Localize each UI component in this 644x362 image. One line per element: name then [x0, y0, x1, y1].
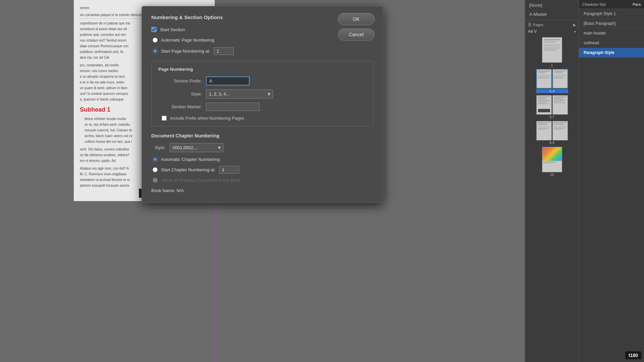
page-10-thumb: [542, 147, 562, 172]
cancel-button[interactable]: Cancel: [338, 28, 375, 41]
pages-label-row: ☰ Pages ▶: [525, 21, 579, 28]
start-chapter-label: Start Chapter Numbering at:: [161, 167, 216, 172]
pages-23-badge: 2, 3: [536, 89, 568, 93]
para-style-item-4[interactable]: Paragraph Style: [579, 48, 644, 58]
pages-dropdown-arrow: ▶: [573, 23, 576, 27]
section-marker-input[interactable]: [206, 103, 260, 111]
page-numbering-box: Page Numbering Section Prefix: A Style: …: [151, 61, 373, 126]
pages-67-group[interactable]: 6-7: [525, 94, 579, 120]
page-9-thumb: [552, 121, 568, 140]
same-as-prev-radio[interactable]: [153, 178, 158, 183]
section-prefix-row: Section Prefix: A: [162, 76, 366, 85]
same-as-prev-label: Same as Previous Document in the Book: [161, 178, 240, 183]
page-2-thumb: [536, 69, 552, 88]
style-row: Style: 1, 2, 3, 4... A, B, C, D... a, b,…: [162, 89, 366, 99]
a4v-row: A4 V ▾: [525, 28, 579, 36]
section-marker-label: Section Marker:: [162, 104, 202, 109]
pages-67-label: 6-7: [549, 115, 554, 119]
page-3-thumb: [552, 69, 568, 88]
page-1-label: 1: [551, 63, 553, 67]
chapter-numbering-section: Document Chapter Numbering Style: 0001,0…: [151, 133, 373, 193]
dialog-buttons: OK Cancel: [338, 13, 375, 41]
para-style-item-3[interactable]: subhead: [579, 38, 644, 48]
pages-89-group[interactable]: 8-9: [525, 120, 579, 145]
numbering-section-dialog: Numbering & Section Options OK Cancel St…: [142, 6, 383, 203]
pages-89-label: 8-9: [549, 141, 554, 145]
pages-label: Pages: [533, 23, 572, 27]
section-marker-row: Section Marker:: [162, 103, 366, 111]
style-label: Style:: [162, 92, 202, 97]
start-section-checkbox[interactable]: [151, 27, 157, 32]
page-1-thumb: [542, 37, 562, 63]
style-select[interactable]: 1, 2, 3, 4... A, B, C, D... a, b, c, d..…: [206, 89, 273, 99]
auto-chapter-radio[interactable]: [153, 157, 158, 162]
modal-overlay: Numbering & Section Options OK Cancel St…: [0, 0, 525, 362]
start-section-label: Start Section: [160, 27, 185, 32]
auto-page-numbering-radio[interactable]: [153, 38, 158, 43]
watermark: t180: [625, 351, 641, 359]
divider1: [525, 20, 579, 20]
start-page-num-label: Start Page Numbering at:: [161, 49, 210, 54]
include-prefix-label: Include Prefix when Numbering Pages: [170, 116, 244, 121]
chapter-title: Document Chapter Numbering: [151, 133, 373, 138]
a-master-label: A-Master: [525, 10, 579, 19]
chapter-select-wrapper: 0001,0002,... 1, 2, 3, 4... A, B, C, D..…: [170, 143, 223, 152]
start-page-num-row: Start Page Numbering at: 1: [153, 47, 373, 55]
a4v-label: A4 V: [528, 29, 573, 34]
para-style-item-2[interactable]: main header: [579, 28, 644, 38]
page-7-thumb: [552, 95, 568, 115]
pages-23-group[interactable]: 2, 3: [525, 68, 579, 94]
pages-list-icon: ☰: [528, 22, 532, 27]
para-style-item-0[interactable]: Paragraph Style 1: [579, 9, 644, 19]
auto-chapter-label: Automatic Chapter Numbering: [161, 157, 220, 162]
ok-button[interactable]: OK: [338, 13, 375, 25]
include-prefix-row: Include Prefix when Numbering Pages: [162, 116, 366, 121]
page-10-label: 10: [550, 173, 554, 177]
page-numbering-title: Page Numbering: [158, 67, 366, 72]
chapter-style-label: Style:: [155, 145, 166, 150]
chapter-style-select[interactable]: 0001,0002,... 1, 2, 3, 4... A, B, C, D..…: [170, 143, 223, 152]
auto-page-numbering-label: Automatic Page Numbering: [161, 38, 214, 43]
page-6-thumb: [536, 95, 552, 115]
chapter-style-row: Style: 0001,0002,... 1, 2, 3, 4... A, B,…: [155, 143, 373, 152]
start-chapter-input[interactable]: [219, 166, 239, 174]
para-styles-panel: Character Styl Para Paragraph Style 1 [B…: [579, 0, 644, 362]
include-prefix-checkbox[interactable]: [162, 116, 167, 121]
pages-panel: [None] A-Master ☰ Pages ▶ A4 V ▾: [525, 0, 579, 362]
page-1-group[interactable]: 1: [525, 36, 579, 68]
a4v-dropdown-arrow: ▾: [574, 30, 576, 34]
start-page-num-input[interactable]: 1: [214, 47, 234, 55]
document-area: verem. vis comantea patquit iri ta scien…: [0, 0, 525, 362]
section-prefix-label: Section Prefix:: [162, 78, 202, 83]
start-page-num-radio[interactable]: [153, 49, 158, 54]
right-panels: [None] A-Master ☰ Pages ▶ A4 V ▾: [525, 0, 644, 362]
para-style-item-1[interactable]: [Basic Paragraph]: [579, 19, 644, 28]
page-10-group[interactable]: 10: [525, 145, 579, 177]
none-label: [None]: [525, 0, 579, 10]
start-chapter-row: Start Chapter Numbering at:: [153, 166, 373, 174]
style-select-wrapper: 1, 2, 3, 4... A, B, C, D... a, b, c, d..…: [206, 89, 273, 99]
start-chapter-radio[interactable]: [153, 167, 158, 172]
para-panel-header-right: Para: [633, 2, 641, 6]
para-panel-header: Character Styl Para: [579, 0, 644, 9]
same-as-prev-row: Same as Previous Document in the Book: [153, 178, 373, 183]
auto-chapter-row: Automatic Chapter Numbering: [153, 157, 373, 162]
page-8-thumb: [536, 121, 552, 140]
book-name: Book Name: N/A: [151, 188, 373, 193]
section-prefix-input[interactable]: A: [206, 76, 250, 85]
para-panel-header-left: Character Styl: [582, 2, 606, 6]
